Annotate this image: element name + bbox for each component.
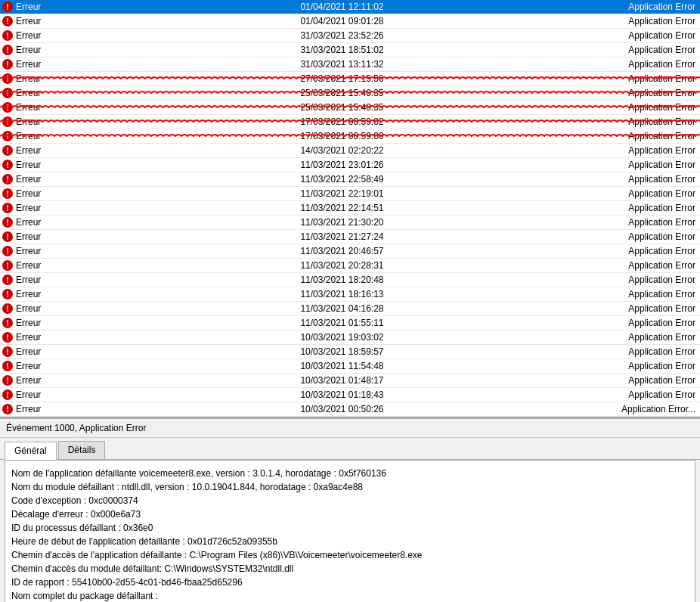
row-label: Erreur	[16, 102, 107, 113]
row-label: Erreur	[16, 2, 107, 12]
row-label: Erreur	[16, 303, 107, 314]
table-row[interactable]: !Erreur11/03/2021 22:14:51Application Er…	[0, 201, 700, 216]
row-type: Application Error	[578, 217, 698, 228]
row-label: Erreur	[16, 145, 107, 156]
error-icon: !	[2, 303, 14, 315]
table-row[interactable]: !Erreur11/03/2021 18:20:48Application Er…	[0, 273, 700, 287]
row-label: Erreur	[16, 203, 107, 213]
tab-details[interactable]: Détails	[58, 441, 106, 459]
table-row[interactable]: !Erreur11/03/2021 23:01:26Application Er…	[0, 158, 700, 172]
error-icon: !	[2, 317, 14, 329]
row-label: Erreur	[16, 275, 107, 285]
row-type: Application Error	[578, 318, 698, 328]
detail-header: Événement 1000, Application Error	[0, 419, 700, 438]
row-type: Application Error	[578, 346, 698, 357]
row-datetime: 31/03/2021 13:11:32	[107, 59, 578, 70]
row-type: Application Error	[578, 59, 698, 70]
error-icon: !	[2, 274, 14, 286]
table-row[interactable]: !Erreur17/03/2021 00:59:02Application Er…	[0, 115, 700, 129]
row-datetime: 11/03/2021 22:14:51	[107, 203, 578, 213]
detail-line: Chemin d'accès du module défaillant: C:\…	[11, 562, 689, 576]
detail-line: ID du processus défaillant : 0x36e0	[11, 521, 689, 535]
tabs-bar: Général Détails	[0, 438, 700, 460]
detail-line: Code d'exception : 0xc0000374	[11, 494, 689, 507]
error-icon: !	[2, 216, 14, 228]
row-type: Application Error	[578, 160, 698, 170]
row-label: Erreur	[16, 332, 107, 343]
table-row[interactable]: !Erreur11/03/2021 04:16:28Application Er…	[0, 302, 700, 316]
row-label: Erreur	[16, 45, 107, 55]
error-icon: !	[2, 245, 14, 257]
error-icon: !	[2, 173, 14, 185]
error-icon: !	[2, 202, 14, 214]
row-datetime: 31/03/2021 23:52:26	[107, 30, 578, 41]
error-icon: !	[2, 231, 14, 243]
error-icon: !	[2, 15, 14, 27]
row-type: Application Error	[578, 30, 698, 41]
table-row[interactable]: !Erreur11/03/2021 21:27:24Application Er…	[0, 230, 700, 244]
row-label: Erreur	[16, 131, 107, 141]
row-type: Application Error	[578, 246, 698, 256]
table-row[interactable]: !Erreur31/03/2021 18:51:02Application Er…	[0, 43, 700, 57]
row-label: Erreur	[16, 160, 107, 170]
table-row[interactable]: !Erreur11/03/2021 18:16:13Application Er…	[0, 287, 700, 302]
row-datetime: 11/03/2021 22:58:49	[107, 174, 578, 185]
table-row[interactable]: !Erreur01/04/2021 12:11:02Application Er…	[0, 0, 700, 14]
row-datetime: 10/03/2021 19:03:02	[107, 332, 578, 343]
table-row[interactable]: !Erreur31/03/2021 13:11:32Application Er…	[0, 57, 700, 72]
table-row[interactable]: !Erreur17/03/2021 00:59:00Application Er…	[0, 129, 700, 144]
table-row[interactable]: !Erreur01/04/2021 09:01:28Application Er…	[0, 14, 700, 29]
row-datetime: 17/03/2021 00:59:00	[107, 131, 578, 141]
table-row[interactable]: !Erreur11/03/2021 20:46:57Application Er…	[0, 244, 700, 259]
event-list[interactable]: !Erreur01/04/2021 12:11:02Application Er…	[0, 0, 700, 418]
row-type: Application Error	[578, 303, 698, 314]
row-label: Erreur	[16, 73, 107, 84]
table-row[interactable]: !Erreur25/03/2021 15:40:35Application Er…	[0, 101, 700, 115]
table-row[interactable]: !Erreur14/03/2021 02:20:22Application Er…	[0, 144, 700, 158]
row-datetime: 17/03/2021 00:59:02	[107, 116, 578, 127]
row-type: Application Error...	[578, 404, 698, 414]
error-icon: !	[2, 101, 14, 113]
row-label: Erreur	[16, 174, 107, 185]
table-row[interactable]: !Erreur10/03/2021 00:50:26Application Er…	[0, 402, 700, 417]
table-row[interactable]: !Erreur11/03/2021 20:28:31Application Er…	[0, 259, 700, 273]
table-row[interactable]: !Erreur10/03/2021 11:54:48Application Er…	[0, 359, 700, 374]
row-datetime: 11/03/2021 21:30:20	[107, 217, 578, 228]
table-row[interactable]: !Erreur25/03/2021 15:40:35Application Er…	[0, 86, 700, 101]
detail-line: ID de rapport : 55410b00-2d55-4c01-bd46-…	[11, 576, 689, 589]
table-row[interactable]: !Erreur11/03/2021 22:19:01Application Er…	[0, 187, 700, 201]
error-icon: !	[2, 87, 14, 99]
table-row[interactable]: !Erreur11/03/2021 01:55:11Application Er…	[0, 316, 700, 330]
error-icon: !	[2, 73, 14, 85]
row-type: Application Error	[578, 361, 698, 371]
error-icon: !	[2, 188, 14, 200]
error-icon: !	[2, 360, 14, 372]
error-icon: !	[2, 374, 14, 386]
error-icon: !	[2, 58, 14, 70]
row-type: Application Error	[578, 275, 698, 285]
row-label: Erreur	[16, 217, 107, 228]
table-row[interactable]: !Erreur10/03/2021 01:48:17Application Er…	[0, 374, 700, 388]
row-label: Erreur	[16, 260, 107, 271]
table-row[interactable]: !Erreur11/03/2021 21:30:20Application Er…	[0, 216, 700, 230]
row-label: Erreur	[16, 389, 107, 400]
table-row[interactable]: !Erreur10/03/2021 01:18:43Application Er…	[0, 388, 700, 402]
row-datetime: 31/03/2021 18:51:02	[107, 45, 578, 55]
table-row[interactable]: !Erreur11/03/2021 22:58:49Application Er…	[0, 172, 700, 187]
row-type: Application Error	[578, 375, 698, 386]
row-datetime: 10/03/2021 18:59:57	[107, 346, 578, 357]
table-row[interactable]: !Erreur10/03/2021 19:03:02Application Er…	[0, 330, 700, 345]
table-row[interactable]: !Erreur10/03/2021 18:59:57Application Er…	[0, 345, 700, 359]
row-type: Application Error	[578, 116, 698, 127]
error-icon: !	[2, 116, 14, 128]
row-type: Application Error	[578, 203, 698, 213]
error-icon: !	[2, 389, 14, 401]
table-row[interactable]: !Erreur31/03/2021 23:52:26Application Er…	[0, 29, 700, 43]
tab-general[interactable]: Général	[5, 442, 57, 460]
error-icon: !	[2, 331, 14, 343]
table-row[interactable]: !Erreur27/03/2021 17:15:56Application Er…	[0, 72, 700, 86]
error-icon: !	[2, 159, 14, 171]
row-type: Application Error	[578, 332, 698, 343]
row-label: Erreur	[16, 30, 107, 41]
row-type: Application Error	[578, 188, 698, 199]
